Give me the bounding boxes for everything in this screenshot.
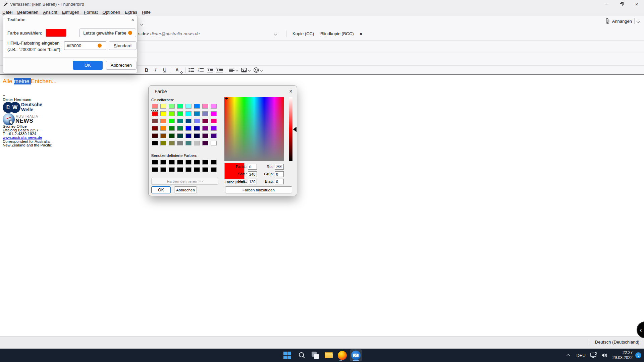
color-swatch[interactable] [160,133,166,138]
color-swatch[interactable] [211,104,217,109]
color-swatch[interactable] [152,111,158,116]
bullet-list-button[interactable] [189,66,195,74]
bold-button[interactable]: B [144,66,150,74]
menu-einfuegen[interactable]: Einfügen [62,10,79,15]
color-swatch[interactable] [194,141,200,145]
textfarbe-cancel-button[interactable]: Abbrechen [106,61,137,70]
bcc-button[interactable]: Blindkopie (BCC) [320,31,354,36]
color-swatch[interactable] [185,104,192,109]
color-swatch[interactable] [211,126,217,131]
search-button[interactable] [296,349,308,361]
color-swatch[interactable] [160,160,166,165]
color-swatch[interactable] [169,119,175,123]
last-chosen-color-button[interactable]: Letzte gewählte Farbe [79,28,136,37]
message-body[interactable]: Alle meine Entchen... -- Dieter Herrmann… [0,75,644,336]
indent-button[interactable] [216,66,223,74]
color-swatch[interactable] [211,160,217,165]
color-swatch[interactable] [202,104,208,109]
color-swatch[interactable] [211,119,217,123]
color-swatch[interactable] [152,104,158,109]
menu-bearbeiten[interactable]: Bearbeiten [17,10,38,15]
menu-hilfe[interactable]: Hilfe [142,10,151,15]
color-swatch[interactable] [160,167,166,172]
volume-icon[interactable] [601,352,608,358]
color-swatch[interactable] [152,133,158,138]
color-swatch[interactable] [177,141,183,145]
insert-image-button[interactable] [241,66,251,74]
keyboard-layout[interactable]: DEU [576,353,585,358]
color-swatch[interactable] [211,141,217,145]
color-swatch[interactable] [194,104,200,109]
color-swatch[interactable] [160,119,166,123]
color-swatch[interactable] [194,167,200,172]
restore-button[interactable] [614,0,629,8]
color-swatch[interactable] [202,160,208,165]
attach-button[interactable]: Anhängen [605,18,639,24]
sat-input[interactable] [248,171,257,177]
task-view-button[interactable] [309,349,321,361]
color-swatch[interactable] [177,104,183,109]
color-swatch[interactable] [194,160,200,165]
textfarbe-close-button[interactable]: × [129,16,137,23]
color-swatch[interactable] [177,111,183,116]
remove-text-styling-button[interactable]: A [174,66,180,74]
numbered-list-button[interactable]: 12 [198,66,204,74]
define-colors-button[interactable]: Farben definieren >> [151,178,218,185]
color-swatch[interactable] [152,141,158,145]
color-swatch[interactable] [177,133,183,138]
luminance-arrow-icon[interactable] [293,127,297,132]
color-swatch[interactable] [177,126,183,131]
hue-saturation-field[interactable] [224,97,284,161]
color-swatch[interactable] [202,167,208,172]
color-swatch[interactable] [169,167,175,172]
color-swatch[interactable] [194,119,200,123]
clock[interactable]: 22:27 29.03.2022 [612,350,633,360]
color-swatch[interactable] [194,111,200,116]
color-swatch[interactable] [185,119,192,123]
color-swatch[interactable] [185,133,192,138]
thunderbird-button[interactable] [350,349,362,361]
minimize-button[interactable] [599,0,614,8]
network-icon[interactable] [590,352,598,358]
lum-input[interactable] [248,179,257,184]
farbe-cancel-button[interactable]: Abbrechen [174,186,197,193]
add-colors-button[interactable]: Farben hinzufügen [225,186,292,193]
textfarbe-ok-button[interactable]: OK [73,61,103,70]
underline-button[interactable]: U [162,66,168,74]
file-explorer-button[interactable] [323,349,335,361]
color-swatch[interactable] [169,126,175,131]
color-swatch[interactable] [152,160,158,165]
tray-chevron-icon[interactable] [567,354,570,358]
color-swatch[interactable] [185,126,192,131]
more-recipients-button[interactable]: » [360,31,362,36]
language-status[interactable]: Deutsch (Deutschland) [595,340,639,345]
green-input[interactable] [275,171,284,177]
color-swatch[interactable] [202,111,208,116]
color-swatch[interactable] [211,133,217,138]
color-swatch[interactable] [160,111,166,116]
smiley-button[interactable] [254,66,263,74]
recipient-autocomplete-hint[interactable]: dieter@australia-news.de [150,31,200,36]
color-swatch[interactable] [177,160,183,165]
start-button[interactable] [281,349,293,361]
color-swatch[interactable] [185,111,192,116]
recipient-address-tail[interactable]: s.de> [138,31,149,36]
menu-datei[interactable]: Datei [2,10,12,15]
color-swatch[interactable] [194,133,200,138]
color-swatch[interactable] [169,160,175,165]
luminance-slider[interactable] [289,97,292,161]
color-swatch[interactable] [185,167,192,172]
red-input[interactable] [275,164,284,170]
color-string-input[interactable] [67,43,98,48]
color-swatch[interactable] [160,126,166,131]
italic-button[interactable]: I [153,66,159,74]
color-swatch[interactable] [152,126,158,131]
blue-input[interactable] [275,179,284,184]
color-swatch[interactable] [152,119,158,123]
farbe-ok-button[interactable]: OK [151,186,171,193]
color-swatch[interactable] [169,141,175,145]
color-swatch[interactable] [211,111,217,116]
color-swatch[interactable] [185,141,192,145]
hue-input[interactable] [248,164,257,170]
outdent-button[interactable] [207,66,213,74]
